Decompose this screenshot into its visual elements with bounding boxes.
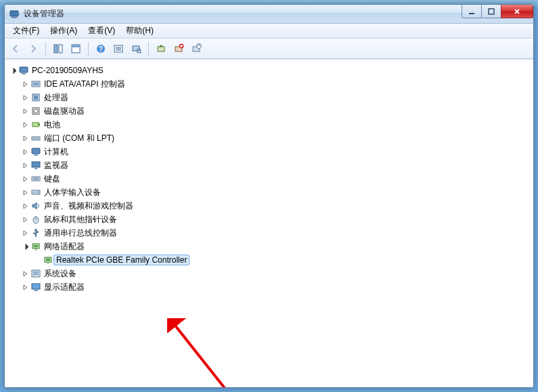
toolbar-separator — [148, 42, 149, 56]
svg-rect-63 — [32, 284, 40, 289]
usb-icon — [30, 227, 41, 238]
maximize-button[interactable] — [481, 5, 501, 18]
tree-expand-icon[interactable] — [21, 175, 29, 183]
forward-button[interactable] — [25, 41, 41, 57]
minimize-button[interactable] — [462, 5, 482, 18]
toolbar-separator — [88, 42, 89, 56]
tree-node[interactable]: 鼠标和其他指针设备 — [20, 213, 531, 226]
svg-rect-25 — [22, 73, 26, 74]
tree-expand-icon[interactable] — [21, 107, 29, 115]
back-button[interactable] — [7, 41, 24, 57]
tree-node[interactable]: 监视器 — [20, 158, 531, 172]
menu-help[interactable]: 帮助(H) — [120, 24, 159, 38]
tree-expand-icon[interactable] — [21, 80, 29, 88]
tree-collapse-icon[interactable] — [21, 242, 29, 251]
tree-node[interactable]: 端口 (COM 和 LPT) — [20, 131, 531, 145]
update-driver-button[interactable] — [153, 41, 169, 57]
tree-expand-icon[interactable] — [21, 134, 29, 142]
svg-point-35 — [33, 138, 35, 139]
tree-node-label: 声音、视频和游戏控制器 — [44, 200, 133, 212]
tree-root-node[interactable]: PC-20190509AYHS — [7, 64, 531, 77]
tree-expand-icon[interactable] — [21, 283, 29, 291]
svg-point-37 — [37, 138, 39, 139]
svg-point-36 — [35, 138, 37, 139]
svg-rect-17 — [158, 47, 164, 51]
tree-node[interactable]: 通用串行总线控制器 — [20, 226, 531, 240]
tree-expand-icon[interactable] — [21, 215, 29, 223]
disable-button[interactable] — [188, 41, 204, 57]
svg-rect-3 — [489, 9, 494, 14]
properties-button[interactable] — [68, 41, 84, 57]
tree-node[interactable]: 显示适配器 — [20, 280, 531, 294]
tree-node[interactable]: 人体学输入设备 — [20, 186, 531, 199]
tree-expand-icon[interactable] — [21, 188, 29, 196]
tree-node[interactable]: 计算机 — [20, 145, 531, 158]
tree-node[interactable]: 处理器 — [20, 91, 531, 104]
menu-view[interactable]: 查看(V) — [83, 24, 120, 38]
ide-icon — [30, 79, 41, 89]
tree-expand-icon[interactable] — [21, 269, 29, 278]
svg-line-16 — [140, 52, 141, 53]
network-icon — [43, 255, 53, 265]
disk-icon — [30, 106, 41, 116]
menu-file[interactable]: 文件(F) — [7, 24, 45, 38]
system-icon — [30, 268, 41, 279]
tree-node[interactable]: 声音、视频和游戏控制器 — [20, 199, 531, 213]
svg-rect-61 — [33, 271, 39, 273]
action-button[interactable] — [110, 41, 127, 57]
device-manager-window: 设备管理器 文件(F) 操作(A) 查看(V) 帮助(H) — [4, 4, 534, 388]
close-button[interactable] — [501, 5, 533, 18]
svg-rect-64 — [34, 290, 38, 291]
tree-node-label: 网络适配器 — [44, 241, 85, 253]
help-button[interactable]: ? — [93, 41, 109, 57]
tree-expand-icon[interactable] — [21, 161, 29, 169]
tree-node-label: 电池 — [44, 119, 60, 131]
svg-rect-55 — [34, 245, 38, 247]
svg-line-65 — [173, 322, 255, 387]
tree-node-label: 通用串行总线控制器 — [44, 227, 117, 239]
tree-node[interactable]: 磁盘驱动器 — [20, 104, 531, 118]
tree-node[interactable]: IDE ATA/ATAPI 控制器 — [20, 77, 531, 91]
svg-rect-39 — [34, 154, 38, 156]
svg-rect-33 — [39, 124, 40, 126]
titlebar[interactable]: 设备管理器 — [5, 5, 533, 24]
svg-rect-58 — [46, 259, 50, 261]
tree-node[interactable]: 系统设备 — [20, 267, 531, 280]
tree-node-label: IDE ATA/ATAPI 控制器 — [44, 79, 125, 90]
computer-icon — [18, 65, 29, 76]
tree-node[interactable]: 键盘 — [20, 172, 531, 186]
device-manager-icon — [9, 9, 20, 20]
scan-hardware-button[interactable] — [128, 41, 144, 57]
svg-point-46 — [33, 192, 35, 193]
tree-expand-icon[interactable] — [21, 121, 29, 129]
tree-expand-icon[interactable] — [21, 229, 29, 237]
toolbar: ? — [5, 39, 533, 59]
menu-action[interactable]: 操作(A) — [45, 24, 83, 38]
computer-icon — [30, 146, 41, 157]
show-hide-tree-button[interactable] — [50, 41, 66, 57]
svg-rect-24 — [20, 67, 28, 72]
svg-rect-7 — [72, 45, 80, 47]
svg-rect-42 — [32, 177, 40, 181]
toolbar-separator — [45, 42, 46, 56]
sound-icon — [30, 200, 41, 211]
tree-node[interactable]: 电池 — [20, 118, 531, 131]
svg-rect-29 — [34, 95, 38, 100]
tree-expand-icon[interactable] — [21, 148, 29, 156]
cpu-icon — [30, 92, 41, 103]
tree-root-label: PC-20190509AYHS — [32, 66, 104, 75]
port-icon — [30, 133, 41, 144]
svg-rect-5 — [59, 45, 62, 53]
tree-collapse-icon[interactable] — [9, 66, 17, 74]
svg-rect-32 — [32, 123, 39, 127]
tree-expand-icon[interactable] — [21, 202, 29, 210]
annotation-arrow-icon — [167, 318, 316, 387]
tree-node[interactable]: 网络适配器 — [20, 240, 531, 253]
svg-rect-47 — [36, 191, 39, 194]
tree-node-label: 鼠标和其他指针设备 — [44, 214, 117, 225]
svg-rect-4 — [54, 45, 58, 53]
uninstall-button[interactable] — [171, 41, 187, 57]
device-tree-pane[interactable]: PC-20190509AYHSIDE ATA/ATAPI 控制器处理器磁盘驱动器… — [5, 59, 533, 387]
tree-leaf-node[interactable]: Realtek PCIe GBE Family Controller — [32, 253, 531, 267]
tree-expand-icon[interactable] — [21, 93, 29, 102]
